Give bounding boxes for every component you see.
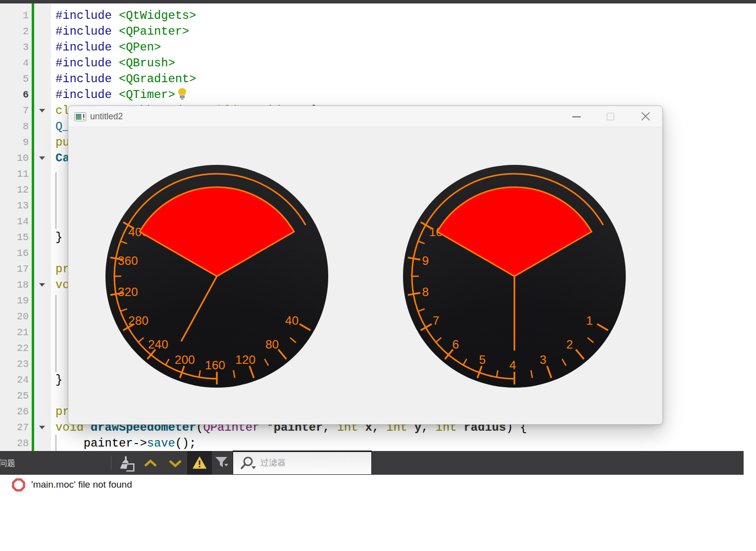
svg-text:3: 3 [540,353,547,366]
svg-text:240: 240 [148,338,168,351]
svg-text:200: 200 [175,353,195,366]
svg-text:40: 40 [285,314,299,327]
svg-text:80: 80 [265,338,279,351]
svg-text:5: 5 [479,353,486,366]
svg-text:1: 1 [586,314,593,327]
svg-text:9: 9 [422,254,429,267]
svg-text:160: 160 [205,358,225,372]
svg-text:4: 4 [509,358,516,372]
svg-text:2: 2 [566,338,573,351]
svg-text:6: 6 [453,338,459,351]
svg-text:8: 8 [422,285,429,299]
svg-text:120: 120 [235,353,255,366]
svg-text:7: 7 [433,314,440,327]
svg-text:320: 320 [118,285,138,299]
svg-text:360: 360 [118,254,138,267]
svg-text:280: 280 [128,314,149,327]
